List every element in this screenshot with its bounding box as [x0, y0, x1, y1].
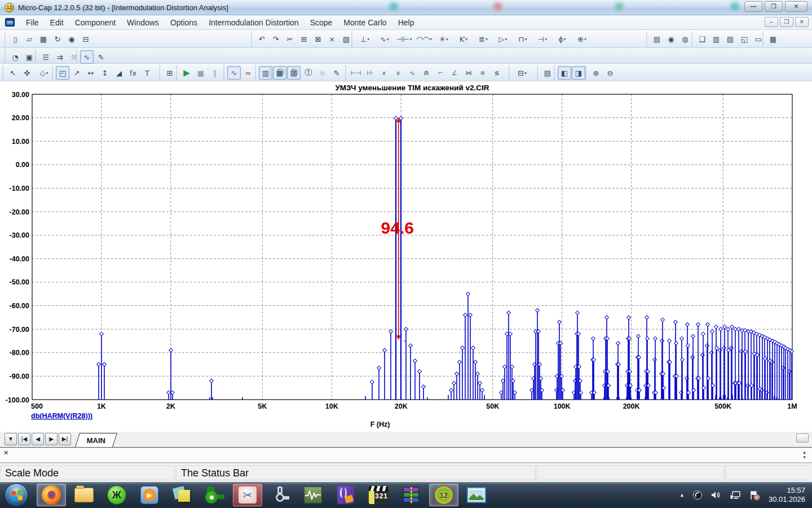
- resistor-component-icon[interactable]: ∿▾: [375, 32, 394, 46]
- opamp-component-icon[interactable]: ▷▾: [493, 32, 513, 46]
- preferences-icon[interactable]: ☰: [39, 50, 52, 64]
- mosfet-component-icon[interactable]: ≣▾: [474, 32, 493, 46]
- edit-plot-icon[interactable]: ✎: [330, 66, 343, 80]
- legend-trace-expression[interactable]: db(HARM(V(R28))): [31, 412, 92, 420]
- menu-scope[interactable]: Scope: [304, 16, 338, 29]
- pan-hand-icon[interactable]: ✜: [20, 66, 34, 80]
- cursor-peak-icon[interactable]: ∧: [377, 66, 391, 80]
- resistor-component-icon-dropdown[interactable]: ▾: [387, 37, 389, 42]
- stepping-icon[interactable]: ⇉: [53, 50, 67, 64]
- revert-icon[interactable]: ↻: [51, 32, 64, 46]
- data-points-icon[interactable]: ∿: [227, 66, 241, 80]
- align-cursors-left-icon[interactable]: ◧: [558, 66, 571, 80]
- tabbar-corner-button[interactable]: [796, 433, 809, 443]
- spider-player-icon[interactable]: Ж: [102, 484, 131, 506]
- prev-page-icon[interactable]: ◀: [32, 433, 44, 445]
- transistor-component-icon[interactable]: Ƙ▾: [454, 32, 473, 46]
- microcap-icon[interactable]: 12: [429, 484, 458, 506]
- cursor-inflection-icon[interactable]: ⌐: [434, 66, 447, 80]
- volume-mixer-icon[interactable]: [692, 490, 703, 500]
- pulse-source-component-icon[interactable]: ⊓▾: [513, 32, 532, 46]
- copy-icon[interactable]: ⊞: [297, 32, 311, 46]
- taskbar-clock[interactable]: 15:57 30.01.2026: [769, 486, 805, 504]
- document-icon[interactable]: [5, 18, 15, 27]
- delete-icon[interactable]: ×: [325, 32, 339, 46]
- menu-file[interactable]: File: [20, 16, 45, 29]
- action-center-flag-icon[interactable]: [749, 491, 760, 500]
- run-icon[interactable]: ▶: [180, 66, 193, 80]
- numeric-output-icon[interactable]: ▤: [541, 66, 554, 80]
- firefox-icon[interactable]: [37, 484, 66, 506]
- snipping-tool-icon[interactable]: ✂: [233, 484, 262, 506]
- speaker-icon[interactable]: [710, 491, 722, 500]
- tab-main[interactable]: MAIN: [75, 433, 117, 447]
- text-tool-icon[interactable]: T: [140, 66, 154, 80]
- winrar-icon[interactable]: [396, 484, 426, 506]
- ground-component-icon-dropdown[interactable]: ▾: [367, 37, 369, 42]
- probe-window-icon[interactable]: ▣: [23, 50, 36, 64]
- rotate-3d-icon-dropdown[interactable]: ▾: [46, 71, 48, 76]
- next-page-icon[interactable]: ▶: [45, 433, 58, 445]
- print-icon[interactable]: ⊟: [79, 32, 92, 46]
- connector-component-icon-dropdown[interactable]: ▾: [545, 37, 547, 42]
- annotate-waveforms-icon[interactable]: ✎: [94, 50, 108, 64]
- menu-windows[interactable]: Windows: [121, 16, 165, 29]
- tile-vertical-icon[interactable]: ▥: [709, 32, 723, 46]
- show-hidden-icons[interactable]: ▲: [679, 492, 685, 498]
- media-player-icon[interactable]: ▶: [135, 484, 164, 506]
- mdi-close-button[interactable]: ✕: [795, 17, 809, 27]
- menu-monte-carlo[interactable]: Monte Carlo: [338, 16, 392, 29]
- sine-source-component-icon[interactable]: ⊕▾: [572, 32, 592, 46]
- key-tool-icon[interactable]: [266, 484, 295, 506]
- cursor-low-icon[interactable]: ⋒: [420, 66, 433, 80]
- print-preview-icon[interactable]: ◉: [65, 32, 78, 46]
- find-component-icon[interactable]: ◉: [664, 32, 678, 46]
- cursor-next-icon[interactable]: ⊢⊣: [349, 66, 363, 80]
- align-cursors-right-icon[interactable]: ◨: [572, 66, 585, 80]
- menu-intermodulation-distortion[interactable]: Intermodulation Distortion: [203, 16, 304, 29]
- battery-component-icon-dropdown[interactable]: ▾: [564, 37, 566, 42]
- select-cursor-icon[interactable]: ↖: [6, 66, 20, 80]
- capacitor-component-icon-dropdown[interactable]: ▾: [410, 37, 412, 42]
- photo-viewer-icon[interactable]: [462, 484, 491, 506]
- menu-component[interactable]: Component: [69, 16, 121, 29]
- close-button[interactable]: ✕: [785, 1, 807, 12]
- cursor-high-icon[interactable]: ∿: [405, 66, 419, 80]
- zoom-out-icon[interactable]: ⊖: [603, 66, 617, 80]
- spin-up-icon[interactable]: ▲: [802, 450, 807, 455]
- clipboard-copy-icon-dropdown[interactable]: ▾: [524, 71, 527, 76]
- green-robot-icon[interactable]: [200, 484, 230, 506]
- scale-y-icon[interactable]: ↕: [98, 66, 112, 80]
- diode-component-icon-dropdown[interactable]: ▾: [446, 37, 448, 42]
- tab-dropdown-icon[interactable]: ▼: [5, 433, 17, 445]
- point-tag-icon[interactable]: ◢: [112, 66, 126, 80]
- rotate-3d-icon[interactable]: ◇▾: [34, 66, 54, 80]
- cursor-y-icon[interactable]: ⓨ: [288, 66, 301, 80]
- pane-spinner[interactable]: ▲ ▼: [800, 449, 809, 461]
- diode-component-icon[interactable]: ✳▾: [434, 32, 453, 46]
- clipboard-copy-icon[interactable]: ⊟▾: [513, 66, 532, 80]
- download-manager-icon[interactable]: [331, 484, 360, 506]
- pulse-source-component-icon-dropdown[interactable]: ▾: [525, 37, 527, 42]
- capacitor-component-icon[interactable]: ⊣⊢▾: [395, 32, 414, 46]
- cursor-next2-icon[interactable]: ⊦⊦: [363, 66, 377, 80]
- media-classic-icon[interactable]: 321: [364, 484, 393, 506]
- transistor-component-icon-dropdown[interactable]: ▾: [465, 37, 467, 42]
- redo-icon[interactable]: ↷: [269, 32, 283, 46]
- pause-icon[interactable]: ‖: [208, 66, 222, 80]
- minimize-button[interactable]: —: [744, 1, 762, 12]
- cursor-list-icon[interactable]: ≡: [316, 66, 329, 80]
- mdi-restore-button[interactable]: ❐: [780, 17, 793, 27]
- network-icon[interactable]: [730, 491, 741, 500]
- ground-component-icon[interactable]: ⊥▾: [355, 32, 374, 46]
- tokens-icon[interactable]: ≈: [241, 66, 255, 80]
- open-file-icon[interactable]: ▱: [23, 32, 36, 46]
- spectrum-chart[interactable]: 94.6-УМЗЧ уменьшение TIM искажений v2.CI…: [0, 81, 812, 432]
- tile-horizontal-icon[interactable]: ▤: [723, 32, 737, 46]
- opamp-component-icon-dropdown[interactable]: ▾: [505, 37, 507, 42]
- fx-tag-icon[interactable]: fx: [126, 66, 140, 80]
- new-file-icon[interactable]: ▯: [8, 32, 22, 46]
- sine-source-component-icon-dropdown[interactable]: ▾: [584, 37, 586, 42]
- sticky-notes-icon[interactable]: [167, 484, 197, 506]
- undo-icon[interactable]: ↶: [255, 32, 268, 46]
